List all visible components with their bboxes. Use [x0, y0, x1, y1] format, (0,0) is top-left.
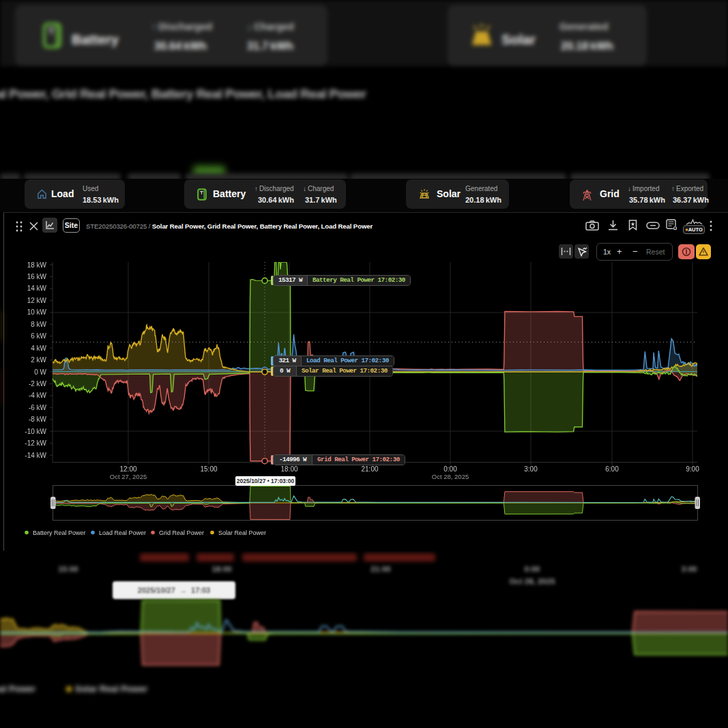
svg-text:0 W: 0 W [34, 368, 46, 376]
svg-text:3:00: 3:00 [524, 465, 538, 473]
svg-text:18:00: 18:00 [280, 465, 297, 473]
svg-text:8 kW: 8 kW [31, 321, 46, 328]
svg-text:Oct 27, 2025: Oct 27, 2025 [110, 473, 147, 480]
svg-text:2 kW: 2 kW [31, 356, 46, 364]
svg-text:18 kW: 18 kW [27, 261, 47, 269]
svg-text:21:00: 21:00 [361, 465, 378, 473]
svg-text:-2 kW: -2 kW [29, 380, 47, 388]
svg-text:Battery Real Power: Battery Real Power [33, 529, 86, 536]
svg-text:14 kW: 14 kW [27, 285, 47, 292]
svg-text:-12 kW: -12 kW [25, 439, 46, 447]
svg-text:0:00: 0:00 [443, 465, 457, 473]
svg-text:-6 kW: -6 kW [29, 404, 47, 411]
svg-text:-14 kW: -14 kW [25, 452, 46, 459]
svg-text:6 kW: 6 kW [31, 332, 46, 340]
svg-text:9:00: 9:00 [686, 465, 699, 473]
svg-text:-4 kW: -4 kW [29, 392, 47, 399]
svg-text:10 kW: 10 kW [27, 308, 47, 316]
svg-text:12 kW: 12 kW [27, 297, 47, 304]
svg-text:Grid Real Power: Grid Real Power [159, 529, 204, 536]
svg-text:-10 kW: -10 kW [25, 428, 46, 435]
svg-text:12:00: 12:00 [119, 465, 136, 473]
svg-text:Solar Real Power: Solar Real Power [218, 529, 266, 536]
svg-text:Load Real Power: Load Real Power [99, 529, 146, 536]
svg-text:4 kW: 4 kW [31, 345, 46, 352]
svg-text:Oct 28, 2025: Oct 28, 2025 [432, 473, 469, 480]
svg-text:-8 kW: -8 kW [29, 416, 47, 423]
svg-text:6:00: 6:00 [605, 465, 619, 473]
svg-text:16 kW: 16 kW [27, 273, 47, 280]
svg-text:15:00: 15:00 [200, 465, 217, 473]
